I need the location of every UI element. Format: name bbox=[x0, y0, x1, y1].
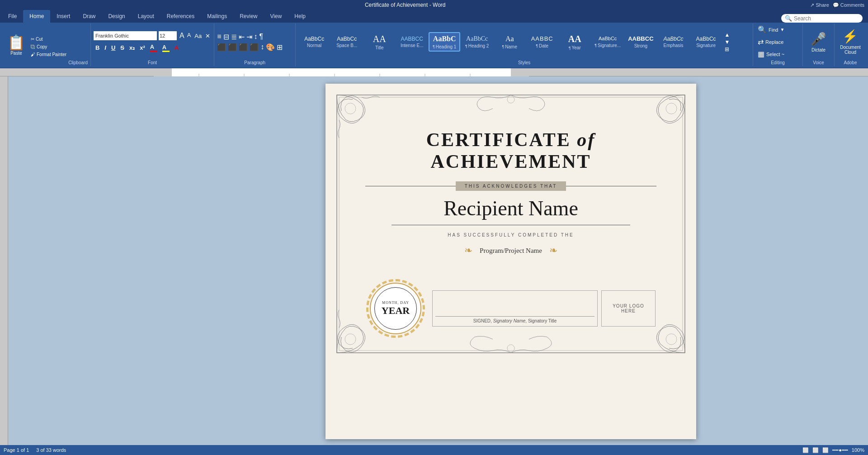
share-button[interactable]: ↗ Share bbox=[810, 2, 829, 8]
style-date[interactable]: AABBC ¶Date bbox=[526, 33, 558, 50]
bold-button[interactable]: B bbox=[94, 44, 101, 52]
highlight-button[interactable]: A bbox=[160, 43, 171, 52]
style-intense-emphasis[interactable]: AABBCC Intense E... bbox=[396, 34, 428, 50]
bullets-button[interactable]: ≡ bbox=[217, 33, 221, 41]
style-heading2[interactable]: AaBbCc ¶Heading 2 bbox=[461, 33, 493, 51]
font-name-input[interactable] bbox=[94, 31, 157, 40]
logo-box[interactable]: YOUR LOGO HERE bbox=[601, 290, 656, 327]
layout-web-icon[interactable]: ⬜ bbox=[812, 447, 819, 453]
seal-month-day: MONTH, DAY bbox=[382, 301, 409, 305]
document-title: Certificate of Achievement - Word bbox=[4, 2, 807, 8]
tab-layout[interactable]: Layout bbox=[132, 10, 160, 23]
zoom-level: 100% bbox=[852, 447, 864, 453]
style-strong[interactable]: AABBCC Strong bbox=[625, 33, 656, 50]
align-center-button[interactable]: ⬛ bbox=[228, 43, 237, 52]
styles-scroll-down[interactable]: ▼ bbox=[725, 39, 730, 45]
signed-text: SIGNED, Signatory Name, Signatory Title bbox=[435, 318, 594, 323]
svg-rect-2 bbox=[511, 68, 529, 76]
svg-rect-1 bbox=[154, 68, 172, 76]
recipient-name[interactable]: Recipient Name bbox=[362, 196, 660, 220]
acknowledges-text[interactable]: THIS ACKNOWLEDGES THAT bbox=[456, 181, 566, 191]
justify-button[interactable]: ⬛ bbox=[250, 43, 259, 52]
document-cloud-button[interactable]: DocumentCloud bbox=[840, 45, 861, 55]
tab-design[interactable]: Design bbox=[102, 10, 131, 23]
signature-area[interactable]: SIGNED, Signatory Name, Signatory Title bbox=[432, 290, 598, 327]
font-group: A A Aa ✕ B I U S x₂ x² A A bbox=[91, 24, 214, 66]
editing-group: 🔍 Find ▼ ⇄ Replace ▦ Select ~ Editing bbox=[753, 24, 803, 66]
comments-button[interactable]: 💬 Comments bbox=[833, 2, 864, 8]
styles-expand[interactable]: ⊞ bbox=[725, 46, 730, 52]
find-icon: 🔍 bbox=[758, 25, 767, 34]
search-icon: 🔍 bbox=[785, 15, 792, 22]
paste-button[interactable]: 📋 Paste bbox=[5, 34, 28, 57]
dictate-group: 🎤 Dictate Voice bbox=[803, 24, 835, 66]
tab-view[interactable]: View bbox=[264, 10, 288, 23]
change-case-button[interactable]: Aa bbox=[193, 33, 203, 39]
superscript-button[interactable]: x² bbox=[138, 44, 147, 52]
certificate-seal: MONTH, DAY YEAR bbox=[366, 279, 425, 338]
font-color-button[interactable]: A bbox=[173, 44, 180, 52]
style-year[interactable]: AA ¶Year bbox=[559, 32, 590, 52]
style-name[interactable]: Aa ¶Name bbox=[494, 33, 525, 51]
underline-button[interactable]: U bbox=[109, 44, 117, 52]
page-info: Page 1 of 1 bbox=[4, 447, 29, 453]
dictate-button[interactable]: Dictate bbox=[811, 47, 826, 52]
cut-button[interactable]: ✂ Cut bbox=[29, 36, 68, 42]
line-spacing-button[interactable]: ↕ bbox=[260, 43, 264, 51]
format-painter-button[interactable]: 🖌 Format Painter bbox=[29, 52, 68, 57]
italic-button[interactable]: I bbox=[103, 44, 108, 52]
layout-read-icon[interactable]: ⬜ bbox=[822, 447, 829, 453]
document-canvas[interactable]: CERTIFICATE of ACHIEVEMENT THIS ACKNOWLE… bbox=[154, 76, 868, 446]
numbering-button[interactable]: ⊟ bbox=[223, 33, 229, 41]
borders-button[interactable]: ⊞ bbox=[277, 43, 283, 52]
program-name[interactable]: Program/Project Name bbox=[480, 247, 542, 255]
increase-indent-button[interactable]: ⇥ bbox=[246, 33, 252, 41]
tab-review[interactable]: Review bbox=[233, 10, 264, 23]
tab-mailings[interactable]: Mailings bbox=[201, 10, 233, 23]
style-signature1[interactable]: AaBbCc ¶Signature... bbox=[591, 34, 624, 49]
zoom-slider[interactable]: ━━●━━ bbox=[832, 447, 848, 453]
tab-help[interactable]: Help bbox=[288, 10, 312, 23]
tab-home[interactable]: Home bbox=[23, 10, 50, 23]
style-space-before[interactable]: AaBbCc Space B... bbox=[331, 34, 363, 50]
style-heading1[interactable]: AaBbC ¶Heading 1 bbox=[429, 32, 460, 51]
title-bar: Certificate of Achievement - Word ↗ Shar… bbox=[0, 0, 868, 10]
subscript-button[interactable]: x₂ bbox=[127, 44, 137, 52]
copy-button[interactable]: ⿻ Copy bbox=[29, 44, 68, 50]
tab-draw[interactable]: Draw bbox=[76, 10, 102, 23]
copy-icon: ⿻ bbox=[31, 44, 35, 49]
paragraph-group: ≡ ⊟ ≣ ⇤ ⇥ ↕ ¶ ⬛ ⬛ ⬛ ⬛ ↕ 🎨 ⊞ Paragraph bbox=[214, 24, 296, 66]
shading-button[interactable]: 🎨 bbox=[266, 43, 275, 52]
clear-formatting-button[interactable]: ✕ bbox=[204, 33, 211, 39]
style-signature2[interactable]: AaBbCc Signature bbox=[690, 34, 722, 50]
multilevel-list-button[interactable]: ≣ bbox=[231, 33, 237, 41]
strikethrough-button[interactable]: S bbox=[118, 44, 126, 52]
tab-insert[interactable]: Insert bbox=[50, 10, 76, 23]
decrease-indent-button[interactable]: ⇤ bbox=[239, 33, 245, 41]
font-grow-button[interactable]: A bbox=[179, 32, 185, 40]
font-size-input[interactable] bbox=[159, 31, 177, 40]
style-normal[interactable]: AaBbCc Normal bbox=[298, 34, 330, 50]
find-button[interactable]: 🔍 Find ▼ bbox=[756, 24, 800, 35]
adobe-group: ⚡ DocumentCloud Adobe bbox=[835, 24, 866, 66]
select-button[interactable]: ▦ Select ~ bbox=[756, 49, 800, 59]
font-shrink-button[interactable]: A bbox=[186, 32, 192, 40]
style-emphasis[interactable]: AaBbCc Emphasis bbox=[658, 34, 689, 50]
tab-references[interactable]: References bbox=[160, 10, 201, 23]
tab-file[interactable]: File bbox=[2, 10, 23, 23]
align-left-button[interactable]: ⬛ bbox=[217, 43, 226, 52]
show-formatting-button[interactable]: ¶ bbox=[259, 33, 264, 41]
status-bar: Page 1 of 1 3 of 33 words ⬜ ⬜ ⬜ ━━●━━ 10… bbox=[0, 445, 868, 455]
layout-print-icon[interactable]: ⬜ bbox=[802, 447, 809, 453]
certificate-page: CERTIFICATE of ACHIEVEMENT THIS ACKNOWLE… bbox=[326, 84, 696, 439]
format-painter-icon: 🖌 bbox=[31, 52, 35, 57]
replace-button[interactable]: ⇄ Replace bbox=[756, 37, 800, 47]
sort-button[interactable]: ↕ bbox=[254, 33, 258, 41]
search-input[interactable] bbox=[794, 15, 857, 22]
certificate-title: CERTIFICATE of ACHIEVEMENT bbox=[362, 129, 660, 172]
text-color-button[interactable]: A bbox=[148, 43, 159, 52]
style-title[interactable]: AA Title bbox=[363, 32, 395, 52]
align-right-button[interactable]: ⬛ bbox=[239, 43, 248, 52]
styles-scroll-up[interactable]: ▲ bbox=[725, 32, 730, 38]
logo-line2: HERE bbox=[621, 308, 636, 313]
